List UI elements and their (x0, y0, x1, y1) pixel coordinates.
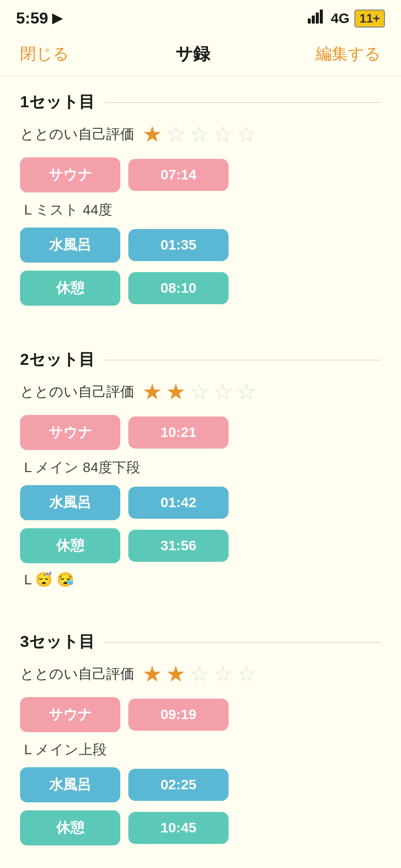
set-3-rest-time: 10:45 (128, 812, 229, 844)
star-4: ☆ (213, 663, 233, 685)
star-4: ☆ (213, 123, 233, 145)
set-2-sauna-note: L メイン 84度下段 (20, 458, 381, 477)
set-1-title: 1セット目 (20, 91, 95, 113)
set-2-sauna-time: 10:21 (128, 416, 229, 449)
set-1-rest-label: 休憩 (20, 271, 120, 306)
set-3-rest-label: 休憩 (20, 810, 120, 845)
set-2-mizuburo-label: 水風呂 (20, 485, 120, 520)
star-1: ★ (142, 123, 162, 145)
section-divider-line-3 (105, 642, 381, 642)
main-content: 1セット目 ととのい自己評価 ★ ☆ ☆ ☆ ☆ サウナ 07:14 L ミスト… (0, 76, 401, 868)
set-1-stars: ★ ☆ ☆ ☆ ☆ (142, 123, 256, 145)
set-1-mizuburo-time: 01:35 (128, 229, 229, 261)
svg-rect-2 (316, 13, 319, 24)
set-1-mizuburo-label: 水風呂 (20, 228, 120, 263)
svg-rect-3 (320, 10, 323, 24)
set-3-rating-row: ととのい自己評価 ★ ★ ☆ ☆ ☆ (20, 663, 381, 685)
status-right: 4G 11+ (308, 10, 385, 28)
star-5: ☆ (237, 123, 256, 145)
set-3-stars: ★ ★ ☆ ☆ ☆ (142, 663, 256, 685)
set-3-rating-label: ととのい自己評価 (20, 665, 134, 684)
star-3: ☆ (189, 123, 209, 145)
battery-icon: 11+ (354, 10, 385, 28)
close-button[interactable]: 閉じる (20, 43, 69, 65)
section-divider-line (105, 102, 381, 103)
star-2: ★ (166, 381, 185, 403)
set-3-sauna-label: サウナ (20, 697, 120, 732)
star-1: ★ (142, 381, 162, 403)
set-2-mizuburo-time: 01:42 (128, 487, 229, 519)
set-1-rating-row: ととのい自己評価 ★ ☆ ☆ ☆ ☆ (20, 123, 381, 145)
set-2-sauna-label: サウナ (20, 415, 120, 450)
svg-rect-1 (312, 16, 315, 24)
star-2: ★ (166, 663, 185, 685)
set-1-mizuburo-row: 水風呂 01:35 (20, 228, 381, 263)
star-5: ☆ (237, 663, 256, 685)
set-2-rest-row: 休憩 31:56 (20, 528, 381, 563)
set-1-sauna-time: 07:14 (128, 159, 229, 191)
network-label: 4G (331, 11, 349, 27)
star-4: ☆ (213, 381, 233, 403)
set-2-mizuburo-row: 水風呂 01:42 (20, 485, 381, 520)
location-icon: ▶ (52, 11, 62, 26)
set-3-header: 3セット目 (20, 616, 381, 663)
section-divider-line-2 (105, 360, 381, 360)
set-2-sauna-row: サウナ 10:21 (20, 415, 381, 450)
status-bar: 5:59 ▶ 4G 11+ (0, 0, 401, 33)
set-2-rating-label: ととのい自己評価 (20, 382, 134, 401)
set-2-title: 2セット目 (20, 349, 95, 371)
page-title: サ録 (175, 43, 210, 66)
set-3-sauna-row: サウナ 09:19 (20, 697, 381, 732)
set-3-rest-row: 休憩 10:45 (20, 810, 381, 845)
star-1: ★ (142, 663, 162, 685)
set-1-rating-label: ととのい自己評価 (20, 125, 134, 144)
set-3-sauna-time: 09:19 (128, 699, 229, 731)
star-3: ☆ (189, 663, 209, 685)
set-3-mizuburo-label: 水風呂 (20, 767, 120, 802)
svg-rect-0 (308, 19, 311, 24)
set-3-sauna-note: L メイン上段 (20, 740, 381, 759)
set-1-sauna-row: サウナ 07:14 (20, 157, 381, 192)
set-3-title: 3セット目 (20, 631, 95, 653)
signal-icon (308, 10, 326, 27)
status-time: 5:59 ▶ (16, 9, 62, 28)
set-2-rest-label: 休憩 (20, 528, 120, 563)
set-2-stars: ★ ★ ☆ ☆ ☆ (142, 381, 256, 403)
star-5: ☆ (237, 381, 256, 403)
set-1-sauna-note: L ミスト 44度 (20, 200, 381, 220)
nav-bar: 閉じる サ録 編集する (0, 33, 401, 76)
set-2-header: 2セット目 (20, 334, 381, 381)
set-2-rating-row: ととのい自己評価 ★ ★ ☆ ☆ ☆ (20, 381, 381, 403)
set-1-rest-row: 休憩 08:10 (20, 271, 381, 306)
set-1-sauna-label: サウナ (20, 157, 120, 192)
set-3-mizuburo-time: 02:25 (128, 769, 229, 801)
edit-button[interactable]: 編集する (316, 43, 381, 65)
set-2-rest-time: 31:56 (128, 530, 229, 562)
star-2: ☆ (166, 123, 185, 145)
set-1-header: 1セット目 (20, 76, 381, 123)
set-2-rest-note: L 😴 😪 (20, 571, 381, 588)
star-3: ☆ (189, 381, 209, 403)
set-3-mizuburo-row: 水風呂 02:25 (20, 767, 381, 802)
set-1-rest-time: 08:10 (128, 272, 229, 304)
